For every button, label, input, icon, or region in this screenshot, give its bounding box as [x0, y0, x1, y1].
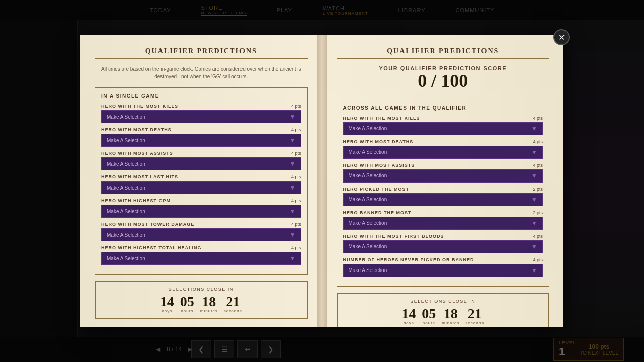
chevron-down-icon: ▼	[290, 231, 296, 238]
pred-row-healing: HERO WITH HIGHEST TOTAL HEALING 4 pts Ma…	[101, 245, 301, 265]
countdown-minutes-right: 18 minutes	[442, 307, 459, 325]
dropdown-tower-damage[interactable]: Make A Selection ▼	[101, 228, 301, 241]
pred-row-never-picked: NUMBER OF HEROES NEVER PICKED OR BANNED …	[343, 257, 543, 277]
chevron-down-icon: ▼	[531, 243, 537, 250]
countdown-seconds-right: 21 seconds	[465, 307, 484, 325]
chevron-down-icon: ▼	[531, 172, 537, 179]
dropdown-assists-all[interactable]: Make A Selection ▼	[343, 169, 543, 183]
pred-row-deaths-all: HERO WITH MOST DEATHS 4 pts Make A Selec…	[343, 139, 543, 159]
chevron-down-icon: ▼	[531, 196, 537, 203]
dropdown-banned-most[interactable]: Make A Selection ▼	[343, 217, 543, 230]
left-section-box: IN A SINGLE GAME HERO WITH THE MOST KILL…	[95, 87, 308, 275]
right-section-box: ACROSS ALL GAMES IN THE QUALIFIER HERO W…	[337, 100, 550, 287]
dropdown-kills-all[interactable]: Make A Selection ▼	[343, 122, 543, 135]
dropdown-last-hits[interactable]: Make A Selection ▼	[101, 181, 301, 194]
dropdown-picked-most[interactable]: Make A Selection ▼	[343, 193, 543, 206]
close-button[interactable]: ✕	[553, 29, 570, 45]
pred-row-banned-most: HERO BANNED THE MOST 2 pts Make A Select…	[343, 210, 543, 230]
countdown-seconds: 21 seconds	[224, 295, 243, 313]
book-modal: ✕ QUALIFIER PREDICTIONS All times are ba…	[80, 35, 564, 327]
dropdown-never-picked[interactable]: Make A Selection ▼	[343, 264, 543, 277]
pred-row-gpm: HERO WITH HIGHEST GPM 4 pts Make A Selec…	[101, 198, 301, 218]
chevron-down-icon: ▼	[531, 149, 537, 156]
left-countdown: SELECTIONS CLOSE IN 14 days 05 hours 18 …	[95, 281, 308, 319]
pred-row-assists-all: HERO WITH MOST ASSISTS 4 pts Make A Sele…	[343, 163, 543, 183]
chevron-down-icon: ▼	[531, 125, 537, 132]
pred-row-deaths: HERO WITH MOST DEATHS 4 pts Make A Selec…	[101, 127, 301, 147]
chevron-down-icon: ▼	[531, 220, 537, 227]
info-text: All times are based on the in-game clock…	[95, 65, 308, 80]
countdown-days-right: 14 days	[401, 307, 416, 325]
score-section: YOUR QUALIFIER PREDICTION SCORE 0 / 100	[337, 65, 550, 92]
right-section-title: ACROSS ALL GAMES IN THE QUALIFIER	[343, 105, 543, 111]
chevron-down-icon: ▼	[290, 255, 296, 262]
chevron-down-icon: ▼	[290, 113, 296, 120]
countdown-minutes: 18 minutes	[200, 295, 218, 313]
dropdown-kills[interactable]: Make A Selection ▼	[101, 110, 301, 123]
pred-row-kills: HERO WITH THE MOST KILLS 4 pts Make A Se…	[101, 104, 301, 123]
pred-row-last-hits: HERO WITH MOST LAST HITS 4 pts Make A Se…	[101, 174, 301, 194]
countdown-hours-right: 05 hours	[422, 307, 436, 325]
pred-row-tower-damage: HERO WITH MOST TOWER DAMAGE 4 pts Make A…	[101, 222, 301, 241]
left-page: QUALIFIER PREDICTIONS All times are base…	[80, 35, 322, 327]
pred-row-kills-all: HERO WITH THE MOST KILLS 4 pts Make A Se…	[343, 116, 543, 135]
dropdown-deaths[interactable]: Make A Selection ▼	[101, 134, 301, 147]
right-page-title: QUALIFIER PREDICTIONS	[337, 47, 550, 59]
dropdown-healing[interactable]: Make A Selection ▼	[101, 252, 301, 265]
right-countdown: SELECTIONS CLOSE IN 14 days 05 hours 18 …	[337, 293, 550, 327]
chevron-down-icon: ▼	[290, 184, 296, 191]
left-page-title: QUALIFIER PREDICTIONS	[95, 47, 308, 59]
countdown-days: 14 days	[160, 295, 174, 313]
dropdown-gpm[interactable]: Make A Selection ▼	[101, 205, 301, 218]
pred-row-picked-most: HERO PICKED THE MOST 2 pts Make A Select…	[343, 187, 543, 206]
left-section-title: IN A SINGLE GAME	[101, 93, 301, 99]
countdown-hours: 05 hours	[180, 295, 194, 313]
chevron-down-icon: ▼	[290, 137, 296, 144]
dropdown-first-bloods[interactable]: Make A Selection ▼	[343, 240, 543, 253]
modal-overlay: ✕ QUALIFIER PREDICTIONS All times are ba…	[0, 0, 644, 362]
chevron-down-icon: ▼	[290, 160, 296, 167]
chevron-down-icon: ▼	[290, 208, 296, 215]
right-page: QUALIFIER PREDICTIONS YOUR QUALIFIER PRE…	[322, 35, 564, 327]
pred-row-assists: HERO WITH MOST ASSISTS 4 pts Make A Sele…	[101, 151, 301, 170]
pred-row-first-bloods: HERO WITH THE MOST FIRST BLOODS 4 pts Ma…	[343, 234, 543, 253]
dropdown-deaths-all[interactable]: Make A Selection ▼	[343, 146, 543, 159]
dropdown-assists[interactable]: Make A Selection ▼	[101, 157, 301, 170]
chevron-down-icon: ▼	[531, 267, 537, 274]
